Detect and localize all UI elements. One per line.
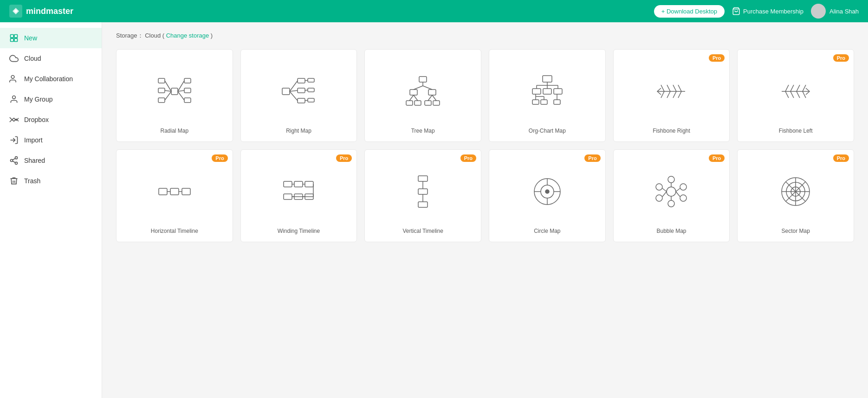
svg-line-78: [667, 91, 670, 98]
pro-badge-fishbone-left: Pro: [833, 54, 849, 62]
purchase-membership-button[interactable]: Purchase Membership: [732, 7, 803, 15]
svg-point-10: [15, 157, 18, 159]
svg-point-114: [545, 190, 549, 193]
sidebar-item-import[interactable]: Import: [0, 130, 102, 150]
download-desktop-button[interactable]: + Download Desktop: [654, 5, 725, 18]
sector-map-label: Sector Map: [781, 228, 810, 234]
svg-rect-20: [184, 88, 191, 93]
map-card-org[interactable]: Org-Chart Map: [489, 49, 606, 142]
svg-line-26: [178, 90, 184, 91]
svg-line-83: [790, 85, 794, 91]
svg-line-130: [676, 188, 680, 192]
svg-rect-44: [406, 101, 413, 105]
svg-line-129: [662, 192, 667, 197]
wtimeline-label: Winding Timeline: [278, 228, 320, 234]
svg-rect-47: [433, 101, 440, 105]
svg-line-80: [678, 91, 681, 98]
map-card-winding-timeline[interactable]: Pro: [240, 149, 357, 242]
pro-badge-circle: Pro: [584, 154, 600, 162]
svg-rect-4: [14, 35, 18, 38]
svg-rect-19: [184, 78, 191, 83]
map-card-radial[interactable]: Radial Map: [116, 49, 233, 142]
svg-rect-17: [158, 88, 165, 93]
right-map-label: Right Map: [286, 128, 311, 134]
map-card-sector[interactable]: Pro Sector Map: [737, 149, 854, 242]
bubble-map-icon: [621, 159, 722, 224]
svg-line-88: [797, 91, 800, 98]
sidebar-item-dropbox[interactable]: Dropbox: [0, 109, 102, 130]
sidebar-item-new[interactable]: New: [0, 28, 102, 48]
svg-rect-32: [308, 78, 314, 82]
svg-rect-91: [170, 188, 179, 195]
map-card-fishbone-left[interactable]: Pro: [737, 49, 854, 142]
sidebar-shared-label: Shared: [24, 157, 45, 164]
svg-point-120: [656, 184, 662, 190]
svg-rect-46: [425, 101, 431, 105]
svg-line-131: [676, 192, 680, 197]
sidebar-dropbox-label: Dropbox: [24, 116, 49, 123]
svg-point-119: [667, 187, 676, 196]
map-card-tree[interactable]: Tree Map: [364, 49, 481, 142]
map-card-fishbone-right[interactable]: Pro: [613, 49, 730, 142]
svg-rect-58: [554, 89, 562, 94]
storage-bar: Storage： Cloud ( Change storage ): [116, 32, 854, 40]
map-grid-row1: Radial Map: [116, 49, 854, 142]
sidebar-group-label: My Group: [24, 96, 52, 103]
header-actions: + Download Desktop Purchase Membership A…: [654, 4, 859, 19]
bubble-map-label: Bubble Map: [656, 228, 686, 234]
sidebar-item-shared[interactable]: Shared: [0, 150, 102, 171]
circle-map-label: Circle Map: [534, 228, 560, 234]
sidebar-trash-label: Trash: [24, 177, 40, 185]
group-icon: [9, 95, 19, 104]
user-name: Alina Shah: [829, 8, 859, 15]
storage-label: Storage：: [116, 32, 143, 39]
svg-rect-55: [543, 76, 552, 82]
change-storage-link[interactable]: Change storage: [166, 32, 209, 39]
sidebar-item-group[interactable]: My Group: [0, 89, 102, 109]
svg-line-77: [661, 91, 664, 98]
svg-line-74: [667, 85, 670, 91]
svg-rect-60: [541, 100, 547, 104]
sidebar-collaboration-label: My Collaboration: [24, 75, 73, 83]
sidebar-item-trash[interactable]: Trash: [0, 171, 102, 191]
purchase-label: Purchase Membership: [743, 8, 803, 15]
pro-badge-wtimeline: Pro: [336, 154, 352, 162]
sidebar-item-collaboration[interactable]: My Collaboration: [0, 69, 102, 89]
svg-rect-96: [294, 181, 303, 187]
svg-line-52: [414, 95, 418, 101]
svg-rect-6: [14, 39, 18, 42]
sector-map-icon: [745, 159, 846, 224]
fishbone-right-label: Fishbone Right: [653, 128, 690, 134]
svg-point-11: [11, 160, 13, 162]
svg-rect-42: [410, 90, 417, 95]
svg-rect-30: [298, 88, 305, 93]
fishbone-right-icon: [621, 59, 722, 124]
dropbox-icon: [9, 115, 19, 124]
map-card-bubble[interactable]: Pro: [613, 149, 730, 242]
sidebar-cloud-label: Cloud: [24, 55, 41, 62]
svg-line-79: [673, 91, 676, 98]
svg-point-123: [680, 195, 687, 201]
svg-rect-16: [158, 78, 165, 83]
main-content: Storage： Cloud ( Change storage ): [102, 22, 868, 398]
svg-line-35: [290, 81, 298, 91]
pro-badge-vtimeline: Pro: [460, 154, 476, 162]
tree-map-icon: [372, 59, 473, 124]
svg-line-75: [673, 85, 676, 91]
map-card-vertical-timeline[interactable]: Pro Vertical Timeline: [364, 149, 481, 242]
map-card-circle[interactable]: Pro Circle Map: [489, 149, 606, 242]
fishbone-left-icon: [745, 59, 846, 124]
svg-line-84: [797, 85, 800, 91]
map-card-right[interactable]: Right Map: [240, 49, 357, 142]
svg-line-50: [423, 86, 432, 90]
map-card-horizontal-timeline[interactable]: Pro Horizontal Timeline: [116, 149, 233, 242]
sidebar-item-cloud[interactable]: Cloud: [0, 48, 102, 69]
svg-point-7: [11, 76, 14, 79]
svg-rect-59: [532, 100, 539, 104]
svg-rect-56: [532, 89, 541, 94]
map-grid-row2: Pro Horizontal Timeline Pro: [116, 149, 854, 242]
svg-line-87: [790, 91, 794, 98]
svg-rect-18: [158, 98, 165, 103]
svg-rect-15: [171, 88, 178, 95]
svg-line-86: [785, 91, 789, 98]
